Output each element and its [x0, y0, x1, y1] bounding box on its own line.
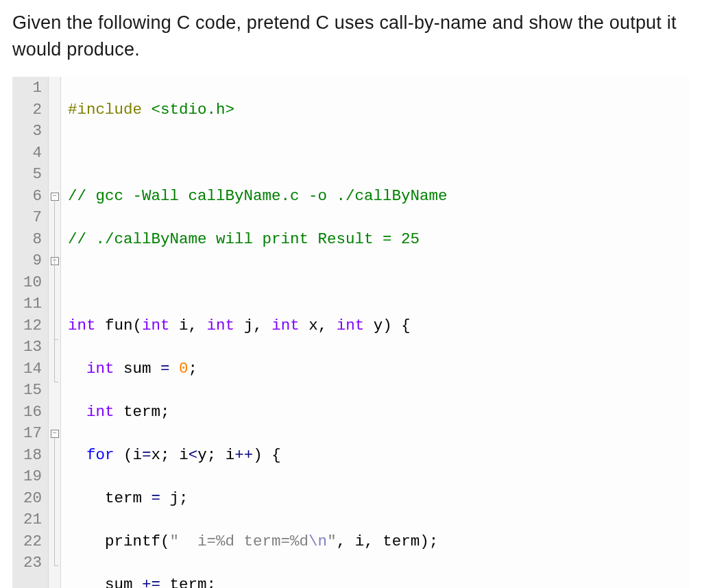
code-line — [68, 272, 690, 294]
line-number: 16 — [23, 402, 42, 424]
line-number: 19 — [23, 466, 42, 488]
line-number: 20 — [23, 488, 42, 510]
code-line: // gcc -Wall callByName.c -o ./callByNam… — [68, 186, 690, 208]
code-line: sum += term; — [68, 574, 690, 588]
line-number: 9 — [23, 250, 42, 272]
line-number: 23 — [23, 552, 42, 574]
line-number: 8 — [23, 229, 42, 251]
code-line: for (i=x; i<y; i++) { — [68, 445, 690, 467]
line-number: 18 — [23, 445, 42, 467]
code-line: int sum = 0; — [68, 358, 690, 380]
code-line: int term; — [68, 402, 690, 424]
line-number: 7 — [23, 207, 42, 229]
code-line: int fun(int i, int j, int x, int y) { — [68, 315, 690, 337]
question-text: Given the following C code, pretend C us… — [12, 10, 690, 63]
code-area: #include <stdio.h> // gcc -Wall callByNa… — [61, 77, 690, 588]
line-number: 15 — [23, 380, 42, 402]
code-line — [68, 143, 690, 164]
line-number: 17 — [23, 423, 42, 445]
code-line: #include <stdio.h> — [68, 99, 690, 121]
line-number: 1 — [23, 77, 42, 99]
line-number: 22 — [23, 531, 42, 553]
code-line: printf(" i=%d term=%d\n", i, term); — [68, 531, 690, 553]
fold-column: − − − — [49, 77, 61, 588]
line-number: 21 — [23, 509, 42, 531]
line-number: 11 — [23, 293, 42, 315]
line-number: 14 — [23, 358, 42, 380]
line-number: 4 — [23, 143, 42, 164]
code-line: // ./callByName will print Result = 25 — [68, 229, 690, 251]
code-block: 1 2 3 4 5 6 7 8 9 10 11 12 13 14 15 16 1… — [12, 77, 690, 588]
line-number: 5 — [23, 164, 42, 186]
line-number: 12 — [23, 315, 42, 337]
code-line: term = j; — [68, 488, 690, 510]
line-number-gutter: 1 2 3 4 5 6 7 8 9 10 11 12 13 14 15 16 1… — [12, 77, 49, 588]
line-number: 13 — [23, 336, 42, 358]
line-number: 10 — [23, 272, 42, 294]
line-number: 3 — [23, 121, 42, 143]
line-number: 6 — [23, 186, 42, 208]
line-number: 2 — [23, 99, 42, 121]
